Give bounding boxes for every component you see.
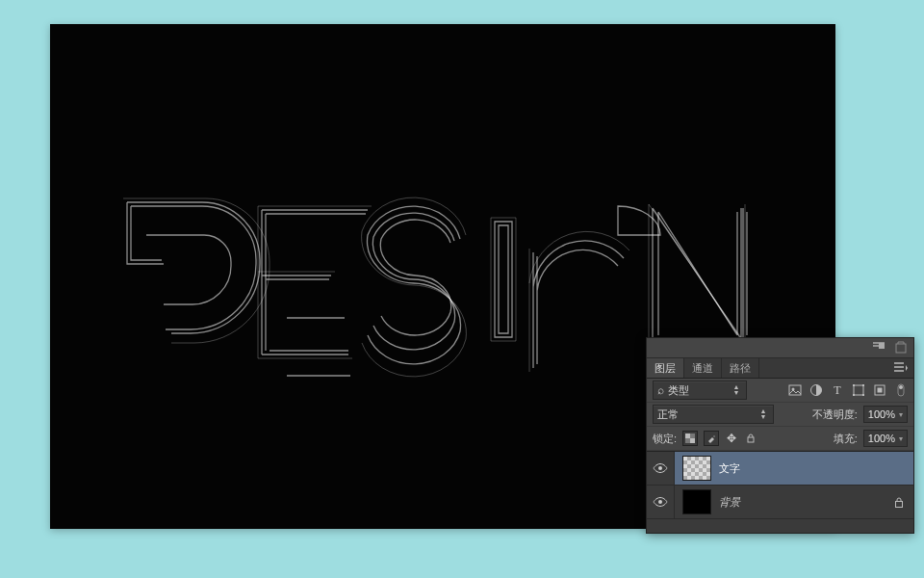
svg-rect-16 xyxy=(690,438,695,443)
svg-rect-9 xyxy=(862,394,864,396)
layer-body[interactable]: 背景 xyxy=(675,486,913,518)
layer-list: 文字 背景 xyxy=(647,451,913,533)
filter-image-icon[interactable] xyxy=(788,383,802,397)
opacity-field[interactable]: 100% ▾ xyxy=(863,406,908,423)
tab-channels[interactable]: 通道 xyxy=(684,358,722,378)
blend-mode-select[interactable]: 正常 ▲▼ xyxy=(653,405,774,424)
svg-rect-8 xyxy=(853,394,855,396)
visibility-toggle[interactable] xyxy=(647,486,675,518)
svg-rect-2 xyxy=(789,385,801,395)
filter-kind-select[interactable]: ⌕ 类型 ▲▼ xyxy=(653,381,747,400)
opacity-value: 100% xyxy=(868,408,895,420)
opacity-label: 不透明度: xyxy=(812,407,858,422)
layer-thumbnail xyxy=(682,489,711,514)
tab-paths[interactable]: 路径 xyxy=(722,358,759,378)
select-arrows-icon: ▲▼ xyxy=(731,384,742,396)
layer-name: 文字 xyxy=(719,461,906,476)
lock-label: 锁定: xyxy=(653,432,677,446)
svg-rect-5 xyxy=(854,385,863,395)
fill-label: 填充: xyxy=(834,432,858,446)
lock-pixels-icon[interactable] xyxy=(682,431,698,446)
svg-rect-20 xyxy=(896,501,903,507)
svg-point-13 xyxy=(899,385,903,389)
layer-filter-row: ⌕ 类型 ▲▼ T xyxy=(647,379,913,403)
lock-move-icon[interactable]: ✥ xyxy=(725,432,738,445)
lock-row: 锁定: ✥ 填充: 100% ▾ xyxy=(647,427,913,451)
visibility-toggle[interactable] xyxy=(647,452,675,485)
panel-menu-icon[interactable] xyxy=(888,358,913,378)
layer-thumbnail xyxy=(682,456,711,481)
svg-point-19 xyxy=(658,500,662,504)
close-icon[interactable] xyxy=(894,340,910,355)
panel-titlebar xyxy=(647,338,913,358)
filter-kind-label: 类型 xyxy=(668,383,689,398)
search-icon: ⌕ xyxy=(657,383,664,397)
filter-icons: T xyxy=(788,383,908,397)
filter-smart-icon[interactable] xyxy=(873,383,886,397)
eye-icon xyxy=(653,462,668,474)
svg-rect-17 xyxy=(748,437,754,442)
lock-all-icon[interactable] xyxy=(744,432,757,445)
svg-rect-1 xyxy=(896,344,906,353)
fill-value: 100% xyxy=(868,433,895,444)
layers-empty-area[interactable] xyxy=(647,519,913,533)
svg-rect-15 xyxy=(685,434,690,438)
layers-panel: 图层 通道 路径 ⌕ 类型 ▲▼ T 正常 ▲▼ 不透明度: 100% xyxy=(646,337,914,534)
layer-row[interactable]: 背景 xyxy=(647,486,913,519)
svg-point-18 xyxy=(658,466,662,470)
svg-rect-6 xyxy=(853,384,855,386)
filter-toggle-icon[interactable] xyxy=(894,383,908,397)
filter-shape-icon[interactable] xyxy=(852,383,865,397)
layer-row[interactable]: 文字 xyxy=(647,452,913,486)
select-arrows-icon: ▲▼ xyxy=(757,408,769,420)
chevron-down-icon: ▾ xyxy=(899,434,903,443)
svg-rect-0 xyxy=(879,343,885,349)
blend-row: 正常 ▲▼ 不透明度: 100% ▾ xyxy=(647,403,913,427)
lock-icon xyxy=(892,497,906,508)
svg-rect-7 xyxy=(862,384,864,386)
layer-body[interactable]: 文字 xyxy=(675,452,913,485)
collapse-icon[interactable] xyxy=(871,340,886,355)
filter-adjust-icon[interactable] xyxy=(809,383,823,397)
layer-name: 背景 xyxy=(719,495,885,510)
fill-field[interactable]: 100% ▾ xyxy=(863,430,908,447)
lock-brush-icon[interactable] xyxy=(704,431,719,446)
eye-icon xyxy=(653,496,668,508)
panel-tabs: 图层 通道 路径 xyxy=(647,358,913,379)
chevron-down-icon: ▾ xyxy=(899,410,903,419)
svg-rect-11 xyxy=(878,388,883,393)
tab-layers[interactable]: 图层 xyxy=(647,358,684,378)
blend-mode-value: 正常 xyxy=(657,407,679,422)
filter-text-icon[interactable]: T xyxy=(831,383,844,397)
